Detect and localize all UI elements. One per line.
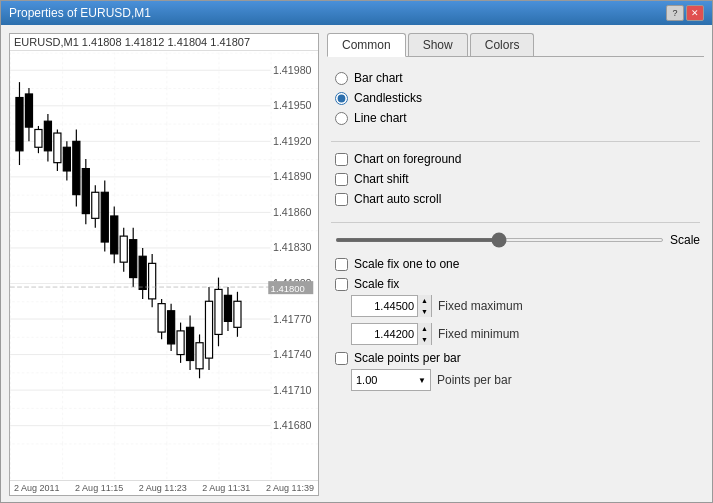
time-label-3: 2 Aug 11:23 [139, 483, 187, 493]
svg-rect-32 [54, 133, 61, 163]
svg-rect-70 [234, 301, 241, 327]
fixed-max-up-button[interactable]: ▲ [417, 295, 431, 306]
checkbox-scale-fix[interactable]: Scale fix [335, 277, 700, 291]
chart-time-labels: 2 Aug 2011 2 Aug 11:15 2 Aug 11:23 2 Aug… [10, 480, 318, 495]
radio-bar-chart[interactable]: Bar chart [335, 71, 700, 85]
checkbox-chart-foreground[interactable]: Chart on foreground [335, 152, 700, 166]
points-per-bar-checkbox-group: Scale points per bar [331, 351, 700, 365]
checkbox-label-scale-fix-one: Scale fix one to one [354, 257, 459, 271]
svg-text:1.41980: 1.41980 [273, 64, 312, 76]
checkbox-scale-fix-one[interactable]: Scale fix one to one [335, 257, 700, 271]
fixed-max-spinbox-buttons: ▲ ▼ [417, 295, 431, 317]
fixed-min-row: ▲ ▼ Fixed minimum [331, 323, 700, 345]
checkbox-label-scale-fix: Scale fix [354, 277, 399, 291]
radio-input-bar[interactable] [335, 72, 348, 85]
svg-rect-62 [196, 343, 203, 369]
scale-options-group: Scale fix one to one Scale fix [331, 257, 700, 291]
checkbox-label-foreground: Chart on foreground [354, 152, 461, 166]
radio-label-candlesticks: Candlesticks [354, 91, 422, 105]
svg-text:1.41830: 1.41830 [273, 242, 312, 254]
fixed-min-spinbox-buttons: ▲ ▼ [417, 323, 431, 345]
fixed-min-down-button[interactable]: ▼ [417, 334, 431, 345]
fixed-max-down-button[interactable]: ▼ [417, 306, 431, 317]
right-panel: Common Show Colors Bar chart Candlestick… [327, 33, 704, 496]
svg-rect-38 [82, 169, 89, 214]
close-title-button[interactable]: ✕ [686, 5, 704, 21]
svg-rect-30 [44, 121, 51, 151]
svg-rect-40 [92, 192, 99, 218]
select-arrow-icon: ▼ [418, 376, 426, 385]
checkbox-chart-autoscroll[interactable]: Chart auto scroll [335, 192, 700, 206]
radio-candlesticks[interactable]: Candlesticks [335, 91, 700, 105]
fixed-max-label: Fixed maximum [438, 299, 523, 313]
svg-rect-28 [35, 129, 42, 147]
svg-text:1.41800: 1.41800 [271, 283, 305, 294]
svg-text:1.41860: 1.41860 [273, 206, 312, 218]
svg-text:1.41710: 1.41710 [273, 384, 312, 396]
svg-text:1.41920: 1.41920 [273, 135, 312, 147]
dialog-body: EURUSD,M1 1.41808 1.41812 1.41804 1.4180… [1, 25, 712, 503]
checkbox-input-scale-fix-one[interactable] [335, 258, 348, 271]
svg-rect-34 [63, 147, 70, 171]
fixed-max-spinbox[interactable]: ▲ ▼ [351, 295, 432, 317]
tab-common[interactable]: Common [327, 33, 406, 57]
time-label-4: 2 Aug 11:31 [202, 483, 250, 493]
radio-label-bar: Bar chart [354, 71, 403, 85]
fixed-min-label: Fixed minimum [438, 327, 519, 341]
title-bar-buttons: ? ✕ [666, 5, 704, 21]
svg-text:1.41950: 1.41950 [273, 99, 312, 111]
svg-rect-0 [10, 52, 318, 478]
svg-text:1.41740: 1.41740 [273, 348, 312, 360]
fixed-min-up-button[interactable]: ▲ [417, 323, 431, 334]
checkbox-chart-shift[interactable]: Chart shift [335, 172, 700, 186]
points-per-bar-value: 1.00 [356, 374, 377, 386]
svg-rect-50 [139, 256, 146, 289]
svg-rect-36 [73, 141, 80, 194]
fixed-max-input[interactable] [352, 296, 417, 316]
scale-slider[interactable] [335, 238, 664, 242]
help-title-button[interactable]: ? [666, 5, 684, 21]
checkbox-scale-points-per-bar[interactable]: Scale points per bar [335, 351, 700, 365]
svg-rect-26 [25, 94, 32, 127]
checkbox-input-foreground[interactable] [335, 153, 348, 166]
svg-rect-68 [224, 295, 231, 321]
chart-header: EURUSD,M1 1.41808 1.41812 1.41804 1.4180… [10, 34, 318, 51]
svg-rect-42 [101, 192, 108, 242]
svg-rect-56 [168, 311, 175, 344]
fixed-min-input[interactable] [352, 324, 417, 344]
svg-text:1.41680: 1.41680 [273, 419, 312, 431]
checkbox-input-points-per-bar[interactable] [335, 352, 348, 365]
checkbox-label-points-per-bar: Scale points per bar [354, 351, 461, 365]
radio-input-line[interactable] [335, 112, 348, 125]
svg-text:1.41770: 1.41770 [273, 313, 312, 325]
scale-row: Scale [331, 233, 700, 247]
chart-svg: 1.41980 1.41950 1.41920 1.41890 1.41860 … [10, 51, 318, 480]
points-per-bar-label: Points per bar [437, 373, 512, 387]
fixed-min-spinbox[interactable]: ▲ ▼ [351, 323, 432, 345]
points-per-bar-row: 1.00 ▼ Points per bar [331, 369, 700, 391]
radio-line-chart[interactable]: Line chart [335, 111, 700, 125]
divider-2 [331, 222, 700, 223]
tab-show[interactable]: Show [408, 33, 468, 56]
dialog-window: Properties of EURUSD,M1 ? ✕ EURUSD,M1 1.… [0, 0, 713, 503]
tabs: Common Show Colors [327, 33, 704, 57]
chart-area: 1.41980 1.41950 1.41920 1.41890 1.41860 … [10, 51, 318, 480]
checkbox-input-scale-fix[interactable] [335, 278, 348, 291]
time-label-1: 2 Aug 2011 [14, 483, 60, 493]
points-per-bar-select[interactable]: 1.00 ▼ [351, 369, 431, 391]
checkbox-input-shift[interactable] [335, 173, 348, 186]
svg-rect-24 [16, 98, 23, 151]
radio-input-candlesticks[interactable] [335, 92, 348, 105]
chart-type-group: Bar chart Candlesticks Line chart [331, 71, 700, 125]
chart-container: EURUSD,M1 1.41808 1.41812 1.41804 1.4180… [9, 33, 319, 496]
svg-rect-64 [205, 301, 212, 358]
svg-rect-46 [120, 236, 127, 262]
checkbox-input-autoscroll[interactable] [335, 193, 348, 206]
scale-label: Scale [670, 233, 700, 247]
checkbox-label-autoscroll: Chart auto scroll [354, 192, 441, 206]
radio-label-line: Line chart [354, 111, 407, 125]
checkbox-label-shift: Chart shift [354, 172, 409, 186]
tab-colors[interactable]: Colors [470, 33, 535, 56]
dialog-title: Properties of EURUSD,M1 [9, 6, 151, 20]
svg-rect-60 [187, 327, 194, 360]
